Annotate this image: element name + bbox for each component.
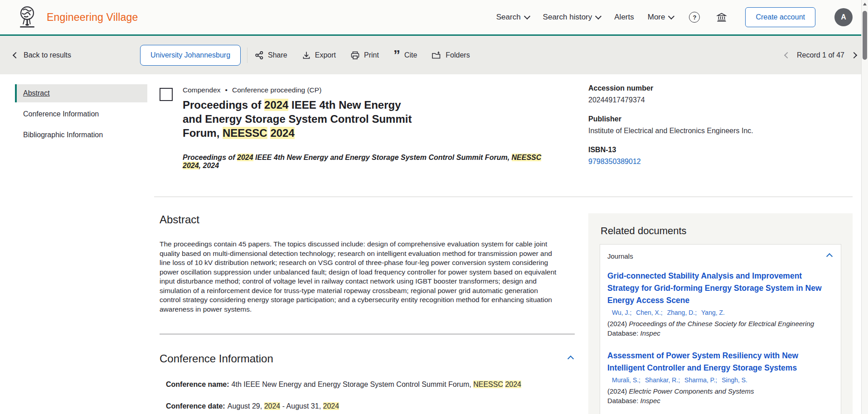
field-highlight: 2024 — [505, 380, 521, 388]
database-value: Inspec — [640, 397, 660, 404]
sidebar-item-abstract[interactable]: Abstract — [15, 84, 147, 102]
author-link[interactable]: Chen, X.; — [636, 309, 662, 316]
meta-label: Publisher — [588, 115, 853, 123]
chevron-up-icon — [826, 253, 833, 260]
collapse-journals-button[interactable] — [825, 250, 834, 262]
related-documents-panel: Related documents Journals Grid-connecte… — [588, 213, 853, 414]
related-document-source: (2024) Proceedings of the Chinese Societ… — [607, 319, 834, 338]
source-title: Electric Power Components and Systems — [629, 387, 754, 395]
related-document-authors: Wu, J.;Chen, X.;Zhang, D.;Yang, Z. — [607, 309, 834, 316]
author-link[interactable]: Yang, Z. — [701, 309, 725, 316]
author-link[interactable]: Singh, S. — [722, 376, 747, 384]
meta-label: Accession number — [588, 84, 853, 92]
author-link[interactable]: Sharma, P.; — [684, 376, 717, 384]
help-glyph: ? — [693, 14, 697, 21]
chevron-down-icon — [668, 13, 674, 19]
record-sections: Abstract The proceedings contain 45 pape… — [160, 213, 588, 414]
journals-card: Journals Grid-connected Stability Analys… — [600, 244, 841, 414]
folders-label: Folders — [446, 51, 470, 59]
chevron-down-icon — [595, 13, 601, 19]
related-documents-heading: Related documents — [601, 225, 841, 237]
back-to-results-button[interactable]: Back to results — [14, 51, 71, 59]
toolbar-actions: Share Export Print ” Cite — [255, 51, 470, 60]
print-label: Print — [364, 51, 379, 59]
brand-title: Engineering Village — [47, 11, 138, 24]
meta-publisher: Publisher Institute of Electrical and El… — [588, 115, 853, 135]
institution-icon[interactable] — [716, 12, 727, 23]
related-document-title-link[interactable]: Assessment of Power System Resiliency wi… — [607, 350, 834, 374]
back-to-results-label: Back to results — [24, 51, 71, 59]
title-highlight: 2024 — [270, 127, 294, 139]
elsevier-tree-logo[interactable] — [15, 5, 39, 30]
abstract-heading: Abstract — [160, 213, 575, 226]
related-document: Assessment of Power System Resiliency wi… — [607, 350, 834, 405]
author-link[interactable]: Murali, S.; — [612, 376, 640, 384]
nav-search[interactable]: Search — [496, 13, 529, 22]
author-link[interactable]: Wu, J.; — [612, 309, 631, 316]
nav-search-history-label: Search history — [543, 13, 592, 22]
field-highlight: 2024 — [264, 402, 281, 410]
source-title: Proceedings of the Chinese Society for E… — [629, 320, 815, 327]
nav-search-label: Search — [496, 13, 521, 22]
share-button[interactable]: Share — [255, 51, 287, 60]
folders-button[interactable]: Folders — [432, 51, 470, 60]
nav-more[interactable]: More — [648, 13, 674, 22]
scrollbar-thumb[interactable] — [863, 11, 867, 60]
record-counter: Record 1 of 47 — [797, 51, 844, 59]
related-document-title-link[interactable]: Grid-connected Stability Analysis and Im… — [607, 270, 834, 307]
sidebar-item-label: Conference Information — [23, 110, 99, 118]
field-value: - August 31, — [280, 402, 323, 410]
related-document-authors: Murali, S.;Shankar, R.;Sharma, P.;Singh,… — [607, 376, 834, 384]
export-label: Export — [315, 51, 336, 59]
journals-group-label: Journals — [607, 252, 633, 260]
download-icon — [302, 51, 311, 60]
vertical-scrollbar[interactable] — [861, 0, 868, 414]
isbn-link[interactable]: 9798350389012 — [588, 158, 853, 166]
title-highlight: 2024 — [264, 99, 288, 111]
record-pagination: Record 1 of 47 — [785, 51, 856, 59]
field-value: August 29, — [228, 402, 264, 410]
printer-icon — [350, 51, 360, 60]
field-highlight: NEESSC — [473, 380, 503, 388]
field-value: 4th IEEE New Energy and Energy Storage S… — [232, 380, 474, 388]
author-link[interactable]: Shankar, R.; — [645, 376, 680, 384]
field-label: Conference date: — [166, 402, 225, 410]
conference-information-section: Conference Information Conference name:4… — [160, 352, 575, 414]
meta-value: Institute of Electrical and Electronics … — [588, 127, 853, 135]
database-name: Compendex — [183, 86, 221, 94]
institution-access-button[interactable]: University Johannesburg — [140, 45, 241, 66]
export-button[interactable]: Export — [302, 51, 336, 60]
select-record-checkbox[interactable] — [160, 88, 173, 101]
avatar[interactable]: A — [834, 8, 853, 26]
top-nav: Search Search history Alerts More ? Crea… — [496, 7, 853, 27]
cite-button[interactable]: ” Cite — [393, 51, 417, 59]
nav-search-history[interactable]: Search history — [543, 13, 601, 22]
divider — [160, 334, 575, 334]
quote-icon: ” — [393, 52, 400, 59]
previous-record-icon[interactable] — [784, 52, 790, 58]
source-year: (2024) — [607, 320, 627, 327]
toolbar-divider — [247, 48, 247, 63]
database-label: Database: — [607, 397, 638, 404]
scroll-up-icon[interactable] — [863, 3, 867, 5]
source-year: (2024) — [607, 387, 627, 395]
section-nav: Abstract Conference Information Bibliogr… — [15, 84, 147, 414]
citation-highlight: NEESSC — [512, 154, 542, 161]
database-value: Inspec — [640, 329, 660, 337]
nav-alerts[interactable]: Alerts — [614, 13, 634, 22]
help-icon[interactable]: ? — [689, 12, 700, 23]
sidebar-item-bibliographic-information[interactable]: Bibliographic Information — [15, 126, 147, 144]
next-record-icon[interactable] — [851, 52, 857, 58]
app-header: Engineering Village Search Search histor… — [0, 0, 868, 34]
citation-highlight: 2024 — [183, 162, 199, 169]
print-button[interactable]: Print — [350, 51, 379, 60]
create-account-button[interactable]: Create account — [745, 7, 815, 27]
avatar-initial: A — [841, 13, 846, 21]
author-link[interactable]: Zhang, D.; — [667, 309, 697, 316]
collapse-section-button[interactable] — [567, 353, 575, 365]
record-content: Abstract Conference Information Bibliogr… — [0, 74, 868, 414]
sidebar-item-conference-information[interactable]: Conference Information — [15, 105, 147, 123]
chevron-up-icon — [567, 356, 574, 362]
chevron-down-icon — [524, 13, 530, 19]
meta-label: ISBN-13 — [588, 146, 853, 154]
